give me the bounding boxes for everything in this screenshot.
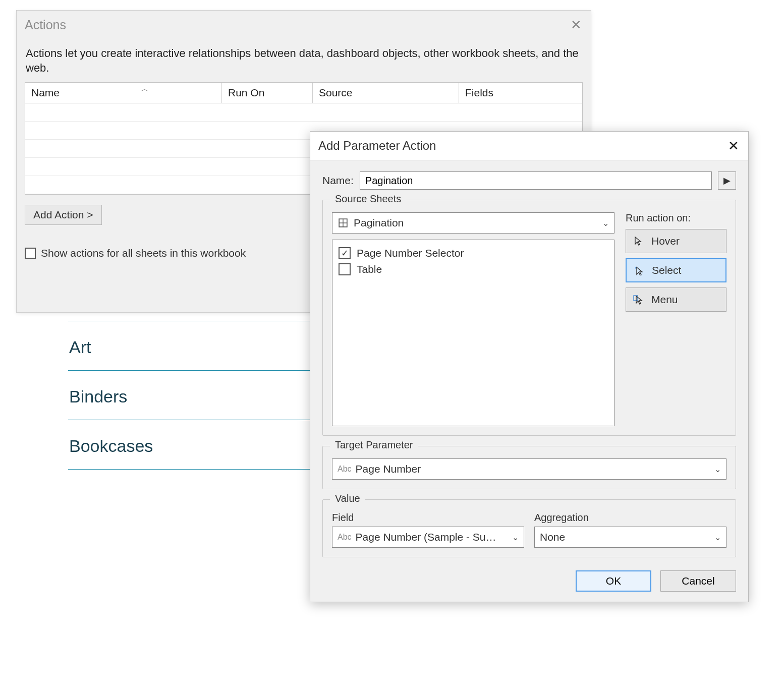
col-fields[interactable]: Fields [459, 83, 582, 103]
run-select-button[interactable]: Select [626, 258, 726, 282]
triangle-right-icon: ▶ [723, 175, 731, 186]
actions-table-header: Name ︿ Run On Source Fields [25, 83, 582, 103]
field-dropdown[interactable]: Abc Page Number (Sample - Su… ⌄ [332, 527, 524, 548]
checkbox-icon[interactable] [25, 248, 36, 259]
sheet-item[interactable]: ✓ Page Number Selector [339, 245, 608, 261]
param-dialog-title: Add Parameter Action [318, 139, 436, 153]
source-sheets-fieldset: Source Sheets Pagination ⌄ ✓ Page Number… [322, 200, 736, 436]
add-action-button[interactable]: Add Action > [25, 205, 102, 225]
cursor-select-icon [634, 265, 644, 275]
run-select-label: Select [652, 264, 681, 276]
sheet-item[interactable]: Table [339, 261, 608, 277]
field-label: Field [332, 512, 524, 524]
cursor-menu-icon [633, 295, 643, 305]
name-input[interactable] [360, 171, 712, 190]
target-parameter-legend: Target Parameter [330, 439, 418, 451]
target-parameter-dropdown[interactable]: Abc Page Number ⌄ [332, 458, 726, 480]
run-menu-label: Menu [651, 294, 678, 306]
run-hover-button[interactable]: Hover [626, 229, 726, 253]
actions-title: Actions [25, 18, 66, 32]
cursor-icon [633, 236, 643, 246]
source-sheets-legend: Source Sheets [330, 193, 406, 205]
value-legend: Value [330, 493, 365, 504]
sheet-item-label: Table [357, 263, 382, 275]
source-dashboard-dropdown[interactable]: Pagination ⌄ [332, 212, 614, 234]
col-name[interactable]: Name ︿ [25, 83, 222, 103]
cancel-button[interactable]: Cancel [660, 570, 736, 592]
abc-type-icon: Abc [338, 465, 352, 474]
checkbox-icon[interactable] [339, 263, 351, 275]
col-run-on[interactable]: Run On [222, 83, 313, 103]
chevron-down-icon: ⌄ [512, 533, 519, 542]
field-value: Page Number (Sample - Su… [356, 531, 496, 543]
table-row [25, 103, 582, 122]
target-parameter-fieldset: Target Parameter Abc Page Number ⌄ [322, 446, 736, 489]
target-parameter-value: Page Number [356, 463, 421, 475]
svg-rect-3 [634, 296, 638, 301]
chevron-down-icon: ⌄ [714, 533, 721, 542]
run-menu-button[interactable]: Menu [626, 287, 726, 312]
sheet-item-label: Page Number Selector [357, 247, 464, 259]
dashboard-icon [338, 217, 349, 228]
run-action-label: Run action on: [626, 212, 726, 224]
aggregation-dropdown[interactable]: None ⌄ [534, 527, 726, 548]
ok-button[interactable]: OK [576, 570, 651, 592]
actions-description: Actions let you create interactive relat… [17, 37, 591, 80]
show-all-label: Show actions for all sheets in this work… [41, 247, 246, 259]
close-icon[interactable]: ✕ [727, 139, 740, 152]
chevron-down-icon: ⌄ [602, 218, 609, 228]
add-parameter-action-dialog: Add Parameter Action ✕ Name: ▶ Source Sh… [310, 131, 749, 602]
abc-type-icon: Abc [338, 533, 352, 542]
bg-label: Bookcases [69, 436, 153, 456]
source-sheet-list: ✓ Page Number Selector Table [332, 240, 614, 426]
aggregation-value: None [540, 531, 565, 543]
checkbox-icon[interactable]: ✓ [339, 247, 351, 259]
sort-caret-icon: ︿ [141, 85, 148, 94]
bg-label: Binders [69, 387, 127, 407]
chevron-down-icon: ⌄ [714, 465, 721, 474]
col-source[interactable]: Source [313, 83, 459, 103]
close-icon[interactable]: ✕ [570, 19, 583, 32]
aggregation-label: Aggregation [534, 512, 726, 524]
source-dashboard-value: Pagination [354, 217, 404, 229]
name-label: Name: [322, 175, 354, 187]
value-fieldset: Value Field Abc Page Number (Sample - Su… [322, 499, 736, 557]
bg-label: Art [69, 337, 91, 357]
run-hover-label: Hover [651, 235, 680, 247]
insert-arrow-button[interactable]: ▶ [718, 171, 736, 190]
